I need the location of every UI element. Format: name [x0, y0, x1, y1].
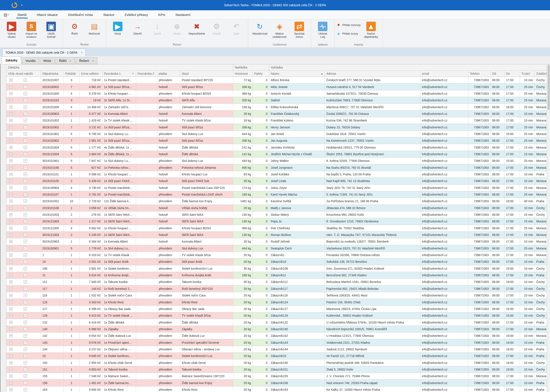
- tab-zakzky[interactable]: Zakázky: [2, 56, 21, 64]
- row-expand-icon[interactable]: +: [9, 193, 13, 196]
- always-load-checkbox[interactable]: ✓: [24, 220, 27, 223]
- row-expand-icon[interactable]: +: [9, 301, 13, 304]
- column-header-od[interactable]: Od: [491, 71, 504, 77]
- row-expand-icon[interactable]: +: [9, 126, 13, 129]
- column-header-znacky[interactable]: Zvláštní značky: [535, 71, 547, 77]
- row-expand-icon[interactable]: +: [9, 375, 13, 378]
- row-expand-icon[interactable]: +: [9, 133, 13, 135]
- row-expand-icon[interactable]: +: [9, 388, 13, 391]
- ribbon-tab-dom-[interactable]: Domů: [13, 10, 32, 19]
- column-header-objednavka[interactable]: Objednávka: [41, 71, 64, 77]
- button-add-deliveries[interactable]: ■Přidat rozvozy: [337, 23, 361, 27]
- always-load-checkbox[interactable]: ✓: [24, 119, 27, 122]
- button-recompute[interactable]: ⇄Spočítat znovu: [290, 21, 309, 38]
- always-load-checkbox[interactable]: ✓: [24, 334, 27, 337]
- always-load-checkbox[interactable]: ✓: [24, 354, 27, 358]
- always-load-checkbox[interactable]: ✓: [24, 287, 27, 290]
- column-header-trvani[interactable]: Trvání: [520, 71, 535, 77]
- row-expand-icon[interactable]: +: [9, 314, 13, 317]
- always-load-checkbox[interactable]: ✓: [24, 307, 27, 311]
- vertical-scrollbar[interactable]: [547, 64, 550, 392]
- document-tab[interactable]: TOMKA 2020 - DEMO 350 zakázek celá ČR - …: [2, 49, 86, 56]
- scrollbar-thumb[interactable]: [548, 65, 550, 110]
- table-row[interactable]: +✓201912100321 217 Kč1x Skříň šatní MAX.…: [7, 218, 547, 225]
- always-load-checkbox[interactable]: ✓: [24, 98, 27, 102]
- always-load-checkbox[interactable]: ✓: [24, 314, 27, 317]
- column-header-pozn1[interactable]: Poznámka 1▼: [102, 71, 136, 77]
- table-row[interactable]: +✓14419 237 Kč1x Obývací stěna -...převo…: [7, 346, 547, 353]
- column-header-nazev[interactable]: Název▲: [269, 71, 325, 77]
- always-load-checkbox[interactable]: ✓: [24, 199, 27, 203]
- column-header-adresa[interactable]: Adresa: [325, 71, 421, 77]
- table-row[interactable]: +✓15517 048 Kč1x Matrace Sweet...převode…: [7, 373, 547, 379]
- row-expand-icon[interactable]: +: [9, 220, 13, 223]
- row-expand-icon[interactable]: +: [9, 186, 13, 189]
- table-row[interactable]: +✓301912100325 245 Kč1x Skříň šatní MAX.…: [7, 232, 547, 238]
- table-row[interactable]: +✓15118 853 Kč1x Taburet kostkapřevodemT…: [7, 366, 547, 373]
- button-new-solution[interactable]: ▶Nový: [108, 21, 127, 35]
- table-row[interactable]: +✓13216 418 Kč1x Židle dětskápřevodemŽid…: [7, 319, 547, 326]
- row-expand-icon[interactable]: +: [9, 294, 13, 297]
- table-row[interactable]: +✓201910090443 730 Kč1x Postel manželsk.…: [7, 185, 547, 191]
- always-load-checkbox[interactable]: ✓: [24, 226, 27, 230]
- column-header-do[interactable]: Do: [504, 71, 520, 77]
- table-row[interactable]: +✓2019101001102 729 Kč12x Židle barová k…: [7, 198, 547, 205]
- row-expand-icon[interactable]: +: [9, 253, 13, 257]
- table-row[interactable]: +✓20191011065627 Kč1x Pohovka rohov...př…: [7, 164, 547, 171]
- button-options-bars[interactable]: ▤Možnosti: [85, 21, 104, 35]
- row-expand-icon[interactable]: +: [9, 354, 13, 357]
- table-row[interactable]: +✓12716 398 Kč1x Obrazy Bar sadapřevodem…: [7, 306, 547, 312]
- table-row[interactable]: +✓201910110525 439 Kč1x Stůl psací FAKE …: [7, 178, 547, 184]
- always-load-checkbox[interactable]: ✓: [24, 267, 27, 270]
- row-expand-icon[interactable]: +: [9, 99, 13, 102]
- always-load-checkbox[interactable]: ✓: [24, 368, 27, 371]
- table-row[interactable]: +✓20191010073718 Kč1x Postel standard...…: [7, 77, 547, 84]
- table-row[interactable]: +✓201910100549 378 Kč1x Křeslo houpací .…: [7, 90, 547, 97]
- button-save-scenario[interactable]: ▣Uložit Scénář: [42, 21, 61, 38]
- row-expand-icon[interactable]: +: [9, 79, 13, 82]
- always-load-checkbox[interactable]: ✓: [24, 247, 27, 250]
- always-load-checkbox[interactable]: ✓: [24, 179, 27, 183]
- always-load-checkbox[interactable]: ✓: [24, 348, 27, 351]
- always-load-checkbox[interactable]: ✓: [24, 253, 27, 257]
- button-add-pickups[interactable]: ▲Přidat svozy: [337, 32, 361, 35]
- table-row[interactable]: +✓201910110813 058 Kč1x Věšák sluha hn..…: [7, 205, 547, 211]
- row-expand-icon[interactable]: +: [9, 321, 13, 324]
- button-import-scenario[interactable]: SImport ze souboru: [22, 21, 41, 38]
- tab-vozidla[interactable]: Vozidla: [22, 57, 39, 64]
- tab-idii[interactable]: Řidiči×: [55, 57, 75, 64]
- always-load-checkbox[interactable]: ✓: [24, 341, 27, 344]
- tab-msta[interactable]: Místa: [40, 57, 55, 64]
- table-row[interactable]: +✓1012 001 Kč1x Stůl psací Antikpřevodem…: [7, 259, 547, 265]
- row-expand-icon[interactable]: +: [9, 274, 13, 277]
- table-row[interactable]: +✓118 203 Kč1x TV stolek Klasik ...převo…: [7, 252, 547, 259]
- row-expand-icon[interactable]: +: [9, 287, 13, 290]
- table-row[interactable]: +✓1519 645 Kč1x Stolek konferen...převod…: [7, 353, 547, 359]
- always-load-checkbox[interactable]: ✓: [24, 186, 27, 189]
- table-row[interactable]: +✓201910110715 791 Kč1x Postel manželsk.…: [7, 191, 547, 198]
- table-row[interactable]: +✓301910290273 131 Kč1x Stůl psací Bříza…: [7, 124, 547, 131]
- table-row[interactable]: +✓10613 991 Kč1x Stolek konferen...převo…: [7, 265, 547, 272]
- always-load-checkbox[interactable]: ✓: [24, 159, 27, 162]
- always-load-checkbox[interactable]: ✓: [24, 105, 27, 109]
- always-load-checkbox[interactable]: ✓: [24, 273, 27, 277]
- column-header-cena[interactable]: Cena celkem: [79, 71, 102, 77]
- table-row[interactable]: +✓201910110116 586 Kč1x Křeslo houpací .…: [7, 171, 547, 178]
- table-row[interactable]: +✓11811 532 Kč1x Stolek noční Carapřevod…: [7, 292, 547, 299]
- always-load-checkbox[interactable]: ✓: [24, 193, 27, 196]
- row-expand-icon[interactable]: +: [9, 341, 13, 344]
- row-expand-icon[interactable]: +: [9, 328, 13, 331]
- table-row[interactable]: +✓14319 576 Kč1x Prostírání speci...přev…: [7, 339, 547, 346]
- always-load-checkbox[interactable]: ✓: [24, 206, 27, 210]
- always-load-checkbox[interactable]: ✓: [24, 173, 27, 176]
- column-header-telefon[interactable]: Telefon: [468, 71, 491, 77]
- column-header-zbozi[interactable]: zbozi: [180, 71, 233, 77]
- always-load-checkbox[interactable]: ✓: [24, 280, 27, 284]
- filter-icon[interactable]: ▼: [132, 72, 134, 75]
- tab-close-icon[interactable]: ×: [92, 59, 94, 63]
- table-row[interactable]: +✓2019101103319 Kč2x Skříň Alfa; 1x St..…: [7, 97, 547, 104]
- row-expand-icon[interactable]: +: [9, 233, 13, 236]
- table-row[interactable]: +✓201910090274 961 Kč1x Stůl psací Bříza…: [7, 84, 547, 90]
- button-distance-matrix[interactable]: ◈Matice vzdáleností: [270, 21, 289, 38]
- table-row[interactable]: +✓201910090316 377 Kč1x Komoda Alberthot…: [7, 111, 547, 117]
